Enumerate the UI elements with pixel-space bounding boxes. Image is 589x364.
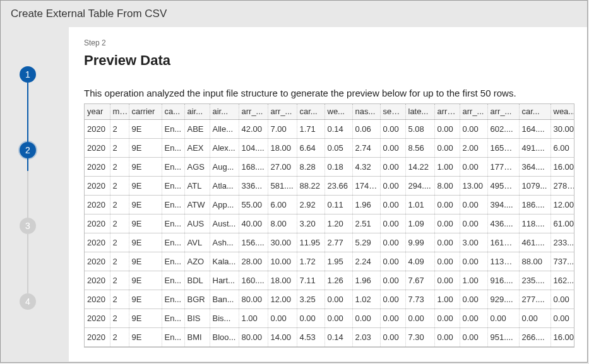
table-cell: 0.00 <box>460 157 487 176</box>
table-cell: 9E <box>129 138 162 157</box>
table-cell: 0.00 <box>487 308 519 327</box>
table-cell: 0.05 <box>324 138 352 157</box>
table-cell: 23.66 <box>324 176 352 195</box>
table-cell: 9E <box>129 157 162 176</box>
preview-description: This operation analyzed the input file s… <box>84 88 574 98</box>
table-cell: BIS <box>184 308 210 327</box>
table-cell: 2020 <box>85 327 110 346</box>
column-header[interactable]: arr_... <box>268 104 297 119</box>
column-header[interactable]: arr_... <box>487 104 519 119</box>
table-cell: 364.... <box>519 157 550 176</box>
step-2-indicator[interactable]: 2 <box>20 142 36 158</box>
table-cell: 0.00 <box>460 327 487 346</box>
table-row[interactable]: 202029EEn...AUSAust...40.008.003.201.202… <box>85 214 574 233</box>
column-header[interactable]: we... <box>324 104 352 119</box>
column-header[interactable]: wea... <box>550 104 574 119</box>
table-cell: 4.09 <box>405 252 434 271</box>
data-preview-table: yearm...carrierca...air...air...arr_...a… <box>85 104 574 347</box>
table-cell: 3.00 <box>460 233 487 252</box>
table-cell: 4.53 <box>297 327 324 346</box>
table-cell: 0.00 <box>460 195 487 214</box>
column-header[interactable]: year <box>85 104 110 119</box>
table-row[interactable]: 202029EEn...AZOKala...28.0010.001.721.95… <box>85 252 574 271</box>
table-row[interactable]: 202029EEn...BMIBloo...80.0014.004.530.14… <box>85 327 574 346</box>
table-cell: 168.... <box>239 157 268 176</box>
table-cell: 30.00 <box>268 233 297 252</box>
table-cell: En... <box>162 233 184 252</box>
table-cell: 581.... <box>268 176 297 195</box>
table-cell: 0.00 <box>352 308 380 327</box>
table-cell: AVL <box>184 233 210 252</box>
table-cell: 0.00 <box>268 308 297 327</box>
table-cell: 55.00 <box>239 195 268 214</box>
table-cell: 2786.... <box>550 176 574 195</box>
table-cell: Atla... <box>210 176 239 195</box>
table-cell: 0.00 <box>434 119 460 138</box>
column-header[interactable]: air... <box>184 104 210 119</box>
table-row[interactable]: 202029EEn...AGSAug...168....27.008.280.1… <box>85 157 574 176</box>
table-cell: 174.... <box>352 176 380 195</box>
step-label: Step 2 <box>84 38 574 47</box>
table-cell: 0.00 <box>434 327 460 346</box>
table-cell: 1.00 <box>434 157 460 176</box>
table-cell: 30.00 <box>550 119 574 138</box>
column-header[interactable]: sec... <box>380 104 405 119</box>
step-3-indicator[interactable]: 3 <box>20 218 36 234</box>
table-cell: Hart... <box>210 271 239 290</box>
step-connector-2a <box>27 158 28 171</box>
table-row[interactable]: 202029EEn...BISBis...1.000.000.000.000.0… <box>85 308 574 327</box>
table-cell: 8.56 <box>405 138 434 157</box>
column-header[interactable]: car... <box>519 104 550 119</box>
table-cell: 951.... <box>487 327 519 346</box>
column-header[interactable]: air... <box>210 104 239 119</box>
step-4-indicator[interactable]: 4 <box>20 293 36 310</box>
table-row[interactable]: 202029EEn...BGRBan...80.0012.003.250.001… <box>85 290 574 308</box>
table-cell: 2.03 <box>352 327 380 346</box>
table-row[interactable]: 202029EEn...ATLAtla...336...581....88.22… <box>85 176 574 195</box>
table-cell: 0.00 <box>460 290 487 308</box>
table-cell: ABE <box>184 119 210 138</box>
table-cell: 118.... <box>519 214 550 233</box>
table-cell: 0.14 <box>324 327 352 346</box>
table-row[interactable]: 202029EEn...ABEAlle...42.007.001.710.140… <box>85 119 574 138</box>
table-cell: 0.11 <box>324 195 352 214</box>
column-header[interactable]: arr_... <box>239 104 268 119</box>
column-header[interactable]: nas... <box>352 104 380 119</box>
table-cell: 16.00 <box>550 327 574 346</box>
page-heading: Preview Data <box>84 52 574 69</box>
table-cell: 2 <box>110 327 129 346</box>
column-header[interactable]: ca... <box>162 104 184 119</box>
table-cell: 9E <box>129 195 162 214</box>
column-header[interactable]: m... <box>110 104 129 119</box>
table-row[interactable]: 202029EEn...AEXAlex...104....18.006.640.… <box>85 138 574 157</box>
table-row[interactable]: 202029EEn...ATWApp...55.006.002.920.111.… <box>85 195 574 214</box>
table-row[interactable]: 202029EEn...BDLHart...160....18.007.111.… <box>85 271 574 290</box>
table-cell: 294.... <box>405 176 434 195</box>
column-header[interactable]: car... <box>297 104 324 119</box>
table-cell: En... <box>162 214 184 233</box>
table-cell: 0.00 <box>297 308 324 327</box>
table-cell: 7.30 <box>405 327 434 346</box>
table-cell: 336... <box>239 176 268 195</box>
column-header[interactable]: arr_... <box>434 104 460 119</box>
table-row[interactable]: 202029EEn...AVLAsh...156....30.0011.952.… <box>85 233 574 252</box>
column-header[interactable]: carrier <box>129 104 162 119</box>
table-cell: 6.00 <box>550 138 574 157</box>
table-cell: 0.00 <box>380 119 405 138</box>
table-cell: 2.92 <box>297 195 324 214</box>
table-cell: 9E <box>129 290 162 308</box>
step-1-indicator[interactable]: 1 <box>20 66 36 83</box>
table-cell: 156.... <box>239 233 268 252</box>
table-cell: En... <box>162 271 184 290</box>
column-header[interactable]: late... <box>405 104 434 119</box>
table-cell: 5.29 <box>352 233 380 252</box>
table-cell: 2 <box>110 233 129 252</box>
table-cell: 1777.... <box>487 157 519 176</box>
table-cell: 0.00 <box>380 138 405 157</box>
table-cell: 1.72 <box>297 252 324 271</box>
column-header[interactable]: arr_... <box>460 104 487 119</box>
table-cell: 9E <box>129 233 162 252</box>
table-cell: 0.00 <box>434 308 460 327</box>
table-cell: En... <box>162 138 184 157</box>
table-cell: 13.00 <box>460 176 487 195</box>
